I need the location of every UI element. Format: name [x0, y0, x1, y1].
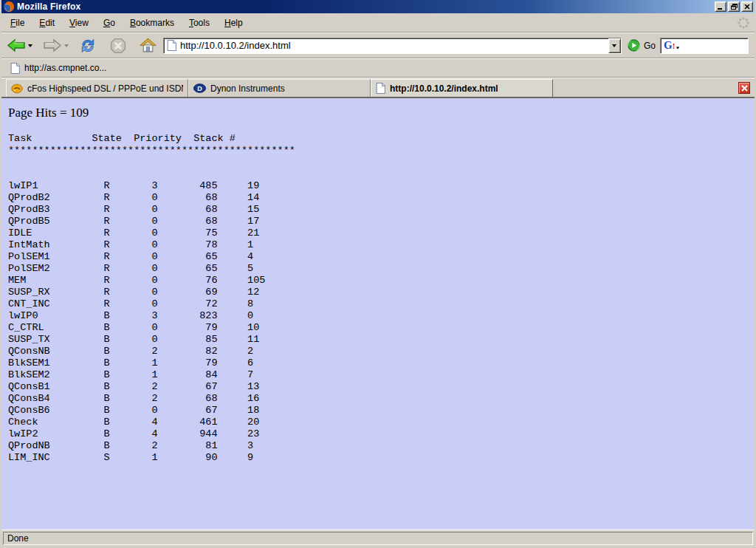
page-content: Page Hits = 109 Task State Priority Stac… [1, 98, 755, 530]
status-panel: Done [3, 532, 753, 545]
firefox-window: Mozilla Firefox FileEditViewGoBookmarksT… [0, 0, 756, 548]
url-bar [163, 38, 622, 54]
back-dropdown-icon[interactable] [28, 44, 32, 47]
tab-2[interactable]: DDynon Instruments [188, 79, 371, 97]
tab-label: cFos Highspeed DSL / PPPoE und ISDN CAP.… [27, 83, 183, 94]
restore-icon [731, 4, 738, 10]
url-dropdown-button[interactable] [608, 38, 621, 53]
close-tab-button[interactable] [738, 82, 750, 94]
menu-tools[interactable]: Tools [182, 16, 217, 30]
reload-icon [79, 38, 97, 54]
menu-go[interactable]: Go [96, 16, 123, 30]
bookmark-label: http://as.cmpnet.co... [24, 63, 106, 73]
forward-icon [43, 38, 62, 53]
tabs: cFos Highspeed DSL / PPPoE und ISDN CAP.… [6, 79, 750, 97]
menu-help[interactable]: Help [217, 16, 250, 30]
tab-strip: cFos Highspeed DSL / PPPoE und ISDN CAP.… [1, 78, 755, 98]
tab-3[interactable]: http://10.0.10.2/index.html [371, 79, 553, 97]
tab-label: http://10.0.10.2/index.html [390, 83, 498, 94]
forward-button[interactable] [42, 36, 63, 55]
dynon-icon: D [193, 83, 206, 93]
status-bar: Done [1, 530, 755, 547]
window-title: Mozilla Firefox [17, 1, 715, 13]
firefox-icon [3, 1, 15, 13]
tab-1[interactable]: cFos Highspeed DSL / PPPoE und ISDN CAP.… [6, 79, 188, 97]
url-input[interactable] [176, 39, 608, 52]
go-button[interactable] [628, 39, 640, 52]
restore-button[interactable] [728, 1, 740, 12]
bookmark-item[interactable]: http://as.cmpnet.co... [7, 61, 109, 75]
home-icon [140, 38, 157, 53]
back-icon [7, 38, 26, 53]
reload-button[interactable] [78, 36, 97, 55]
forward-dropdown-icon[interactable] [64, 44, 69, 47]
svg-text:D: D [197, 85, 202, 92]
chevron-down-icon [612, 44, 616, 47]
close-tab-icon [741, 85, 748, 92]
bookmarks-toolbar: http://as.cmpnet.co... [1, 58, 755, 78]
menu-view[interactable]: View [62, 16, 96, 30]
status-text: Done [7, 533, 29, 544]
google-icon[interactable]: G! [664, 40, 675, 51]
cfos-icon [11, 83, 23, 94]
tab-label: Dynon Instruments [210, 83, 285, 94]
search-input[interactable] [684, 41, 748, 51]
page-icon [376, 83, 385, 94]
menu-bar: FileEditViewGoBookmarksToolsHelp [1, 13, 755, 32]
go-icon [628, 39, 640, 52]
menu-file[interactable]: File [3, 16, 32, 30]
menu-items: FileEditViewGoBookmarksToolsHelp [3, 16, 737, 30]
menu-edit[interactable]: Edit [32, 16, 62, 30]
throbber-icon [737, 16, 750, 30]
stop-icon [110, 38, 126, 54]
close-icon [744, 4, 750, 10]
home-button[interactable] [139, 36, 157, 55]
page-hits: Page Hits = 109 [8, 106, 755, 120]
page-icon [10, 63, 20, 74]
title-bar[interactable]: Mozilla Firefox [1, 0, 755, 13]
stop-button[interactable] [109, 36, 127, 55]
minimize-icon [718, 4, 724, 10]
close-button[interactable] [741, 1, 753, 12]
go-label[interactable]: Go [644, 41, 656, 51]
search-box[interactable]: G! [660, 38, 749, 54]
search-engine-dropdown-icon[interactable] [676, 47, 680, 49]
navigation-toolbar: Go G! [1, 32, 755, 58]
task-table: Task State Priority Stack # ************… [8, 133, 755, 464]
back-button[interactable] [6, 36, 27, 55]
minimize-button[interactable] [715, 1, 726, 12]
menu-bookmarks[interactable]: Bookmarks [123, 16, 182, 30]
page-icon [167, 40, 176, 51]
